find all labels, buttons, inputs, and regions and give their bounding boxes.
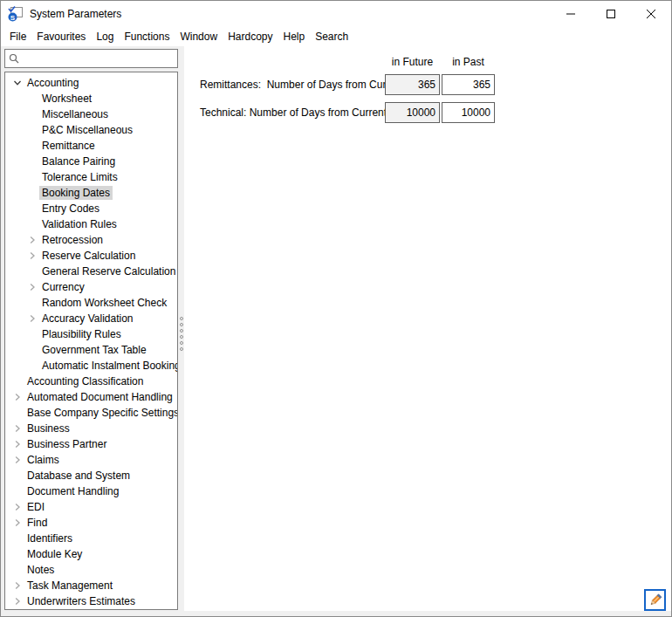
maximize-button[interactable] <box>591 1 631 27</box>
tree-item-label[interactable]: Government Tax Table <box>39 343 149 357</box>
chevron-right-icon[interactable] <box>10 391 24 403</box>
search-input[interactable] <box>22 51 177 66</box>
tree-item-label[interactable]: Automated Document Handling <box>24 390 175 404</box>
tree-item-label[interactable]: Random Worksheet Check <box>39 296 169 310</box>
tree-item-module-key[interactable]: Module Key <box>5 546 177 562</box>
tree-item-accuracy-validation[interactable]: Accuracy Validation <box>5 311 177 326</box>
tree-item-retrocession[interactable]: Retrocession <box>5 232 177 248</box>
tree-item-label[interactable]: Tolerance Limits <box>39 170 120 184</box>
tree-item-currency[interactable]: Currency <box>5 279 177 295</box>
tree-item-label[interactable]: Notes <box>24 563 57 577</box>
tree-item-label[interactable]: Underwriters Estimates <box>24 594 138 608</box>
chevron-right-icon[interactable] <box>25 250 39 262</box>
tree-item-label[interactable]: Find <box>24 516 50 530</box>
chevron-right-icon[interactable] <box>25 281 39 293</box>
tree-item-label[interactable]: Accuracy Validation <box>39 312 136 326</box>
edit-button[interactable] <box>644 589 666 611</box>
tree-item-business[interactable]: Business <box>5 421 177 436</box>
tree-item-label[interactable]: Module Key <box>24 547 85 561</box>
chevron-spacer <box>25 187 39 199</box>
tree-item-database-and-system[interactable]: Database and System <box>5 468 177 483</box>
tree-item-p-c-miscellaneous[interactable]: P&C Miscellaneous <box>5 122 177 138</box>
tree-item-label[interactable]: Base Company Specific Settings <box>24 406 178 420</box>
chevron-right-icon[interactable] <box>10 438 24 450</box>
tree-item-random-worksheet-check[interactable]: Random Worksheet Check <box>5 295 177 311</box>
tree-item-label[interactable]: Validation Rules <box>39 217 120 231</box>
menu-item-file[interactable]: File <box>4 28 31 45</box>
tree-item-worksheet[interactable]: Worksheet <box>5 91 177 106</box>
menu-item-search[interactable]: Search <box>310 28 353 45</box>
remittances-in-past-field[interactable] <box>442 74 495 95</box>
chevron-right-icon[interactable] <box>25 234 39 246</box>
tree-item-label[interactable]: Identifiers <box>24 531 75 545</box>
tree-item-plausibility-rules[interactable]: Plausibility Rules <box>5 326 177 342</box>
tree-item-underwriters-estimates[interactable]: Underwriters Estimates <box>5 593 177 609</box>
tree-item-label[interactable]: Retrocession <box>39 233 106 247</box>
tree-item-claims[interactable]: Claims <box>5 452 177 468</box>
tree-item-label[interactable]: Document Handling <box>24 484 121 498</box>
tree-item-label[interactable]: Accounting <box>24 76 81 90</box>
menu-item-log[interactable]: Log <box>91 28 119 45</box>
remittances-in-future-field[interactable] <box>385 74 440 95</box>
tree-item-label[interactable]: General Reserve Calculation <box>39 264 178 278</box>
tree-item-label[interactable]: Business <box>24 422 72 435</box>
tree-item-document-handling[interactable]: Document Handling <box>5 483 177 499</box>
tree-item-label[interactable]: Currency <box>39 280 87 294</box>
tree-item-label[interactable]: Entry Codes <box>39 202 102 216</box>
tree-item-validation-rules[interactable]: Validation Rules <box>5 216 177 232</box>
tree-item-reserve-calculation[interactable]: Reserve Calculation <box>5 248 177 264</box>
tree-item-label[interactable]: Claims <box>24 453 62 467</box>
tree-item-government-tax-table[interactable]: Government Tax Table <box>5 342 177 358</box>
tree-item-tolerance-limits[interactable]: Tolerance Limits <box>5 169 177 185</box>
tree-item-business-partner[interactable]: Business Partner <box>5 436 177 452</box>
tree-item-entry-codes[interactable]: Entry Codes <box>5 201 177 216</box>
tree-item-identifiers[interactable]: Identifiers <box>5 531 177 546</box>
tree-item-accounting-classification[interactable]: Accounting Classification <box>5 374 177 389</box>
close-button[interactable] <box>631 1 671 27</box>
menu-item-hardcopy[interactable]: Hardcopy <box>223 28 278 45</box>
technical-in-past-field[interactable] <box>442 102 495 123</box>
chevron-right-icon[interactable] <box>10 595 24 607</box>
tree-item-edi[interactable]: EDI <box>5 499 177 515</box>
tree-item-label[interactable]: Balance Pairing <box>39 154 118 168</box>
tree-item-task-management[interactable]: Task Management <box>5 578 177 593</box>
chevron-right-icon[interactable] <box>10 454 24 466</box>
tree-item-label[interactable]: EDI <box>24 500 47 514</box>
tree-item-miscellaneous[interactable]: Miscellaneous <box>5 106 177 122</box>
chevron-right-icon[interactable] <box>10 422 24 435</box>
chevron-down-icon[interactable] <box>10 77 24 89</box>
minimize-button[interactable] <box>551 1 591 27</box>
menu-item-favourites[interactable]: Favourites <box>31 28 91 45</box>
tree-item-general-reserve-calculation[interactable]: General Reserve Calculation <box>5 264 177 279</box>
technical-in-future-field[interactable] <box>385 102 440 123</box>
search-box[interactable] <box>4 49 178 68</box>
tree-item-label[interactable]: Reserve Calculation <box>39 249 138 263</box>
menu-item-functions[interactable]: Functions <box>119 28 175 45</box>
tree-item-label[interactable]: Database and System <box>24 469 133 483</box>
tree-item-accounting[interactable]: Accounting <box>5 75 177 91</box>
chevron-right-icon[interactable] <box>10 517 24 529</box>
tree-item-label[interactable]: P&C Miscellaneous <box>39 123 135 137</box>
tree-item-remittance[interactable]: Remittance <box>5 138 177 154</box>
menu-item-window[interactable]: Window <box>175 28 223 45</box>
tree-item-base-company-specific-settings[interactable]: Base Company Specific Settings <box>5 405 177 421</box>
tree-item-label[interactable]: Automatic Instalment Booking <box>39 359 178 373</box>
tree-item-booking-dates[interactable]: Booking Dates <box>5 185 177 201</box>
tree-item-label[interactable]: Business Partner <box>24 437 109 451</box>
tree-item-label[interactable]: Accounting Classification <box>24 374 146 388</box>
tree-item-notes[interactable]: Notes <box>5 562 177 578</box>
menu-item-help[interactable]: Help <box>278 28 310 45</box>
tree-item-label[interactable]: Task Management <box>24 579 115 593</box>
tree-item-automated-document-handling[interactable]: Automated Document Handling <box>5 389 177 405</box>
tree-item-label[interactable]: Booking Dates <box>39 186 113 200</box>
tree-item-label[interactable]: Miscellaneous <box>39 107 111 121</box>
tree-item-label[interactable]: Plausibility Rules <box>39 327 124 341</box>
tree-item-find[interactable]: Find <box>5 515 177 531</box>
chevron-right-icon[interactable] <box>25 312 39 325</box>
tree-item-automatic-instalment-booking[interactable]: Automatic Instalment Booking <box>5 358 177 374</box>
chevron-right-icon[interactable] <box>10 501 24 513</box>
chevron-right-icon[interactable] <box>10 579 24 592</box>
tree-item-balance-pairing[interactable]: Balance Pairing <box>5 154 177 169</box>
tree-item-label[interactable]: Remittance <box>39 139 98 153</box>
tree-item-label[interactable]: Worksheet <box>39 92 94 106</box>
